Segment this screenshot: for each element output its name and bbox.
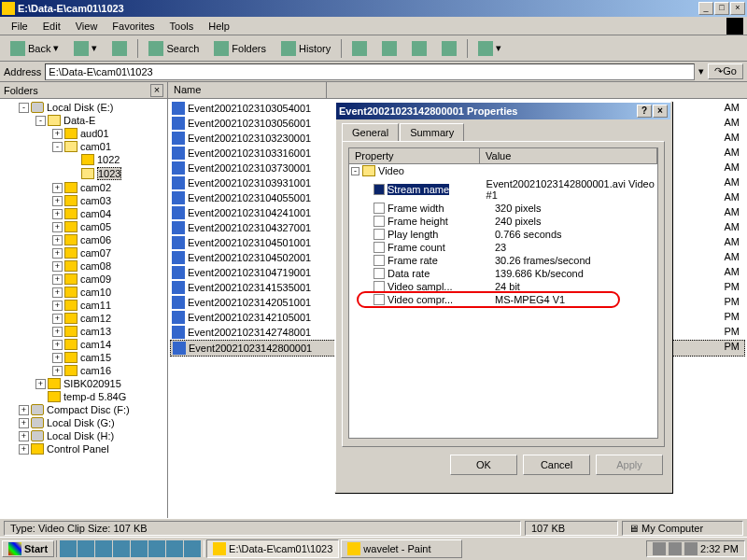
taskbar: Start E:\Data-E\cam01\1023 wavelet - Pai… [0, 537, 747, 560]
menu-favorites[interactable]: Favorites [105, 19, 162, 34]
dialog-titlebar[interactable]: Event20021023142800001 Properties ? × [336, 103, 670, 119]
tree-node[interactable]: +Local Disk (H:) [2, 429, 165, 442]
property-row[interactable]: Frame height240 pixels [349, 215, 657, 228]
system-tray: 2:32 PM [646, 540, 745, 557]
menu-help[interactable]: Help [201, 19, 237, 34]
property-row[interactable]: Frame count23 [349, 241, 657, 254]
property-group-video[interactable]: - Video [349, 164, 657, 177]
tree-node[interactable]: +Control Panel [2, 442, 165, 455]
clock[interactable]: 2:32 PM [700, 543, 739, 554]
outlook-icon[interactable] [78, 540, 94, 557]
tree-node[interactable]: +cam04 [2, 207, 165, 220]
folders-button[interactable]: Folders [207, 38, 273, 59]
search-button[interactable]: Search [142, 38, 205, 59]
tree-node[interactable]: 1023 [2, 166, 165, 181]
tree-node[interactable]: +cam05 [2, 220, 165, 233]
tree-node[interactable]: +SIBK020915 [2, 377, 165, 390]
tree-node[interactable]: 1022 [2, 153, 165, 166]
property-row[interactable]: Frame width320 pixels [349, 202, 657, 215]
cancel-button[interactable]: Cancel [523, 455, 590, 475]
time-suffix: PM [725, 340, 740, 355]
desktop-icon[interactable] [95, 540, 112, 557]
app-icon[interactable] [148, 540, 165, 557]
status-info: Type: Video Clip Size: 107 KB [4, 521, 521, 536]
status-size: 107 KB [525, 521, 618, 536]
history-button[interactable]: History [275, 38, 337, 59]
tree-node[interactable]: +cam08 [2, 259, 165, 273]
menu-tools[interactable]: Tools [162, 19, 202, 34]
tree-node[interactable]: +cam16 [2, 364, 165, 377]
property-row[interactable]: Video sampl...24 bit [349, 280, 657, 293]
up-button[interactable] [106, 38, 134, 59]
disk-icon [31, 102, 44, 113]
minimize-button[interactable]: _ [698, 2, 713, 15]
folders-panel-close-button[interactable]: × [150, 84, 163, 97]
folder-tree[interactable]: -Local Disk (E:)-Data-E+aud01-cam0110221… [0, 99, 167, 518]
app-icon[interactable] [184, 540, 201, 557]
tray-icon[interactable] [669, 542, 682, 555]
tree-node[interactable]: +cam14 [2, 338, 165, 351]
address-input[interactable] [45, 63, 695, 80]
video-icon [172, 326, 185, 339]
folders-panel-title: Folders [4, 85, 150, 96]
volume-icon[interactable] [684, 542, 698, 555]
menu-view[interactable]: View [68, 19, 106, 34]
close-button[interactable]: × [730, 2, 745, 15]
undo-button[interactable] [435, 38, 463, 59]
tree-node[interactable]: -cam01 [2, 140, 165, 153]
property-row[interactable]: Video compr...MS-MPEG4 V1 [349, 293, 657, 306]
arrow-right-icon [74, 41, 89, 56]
forward-button[interactable]: ▾ [67, 38, 104, 59]
app-icon[interactable] [113, 540, 130, 557]
tray-icon[interactable] [653, 542, 666, 555]
taskbar-item[interactable]: wavelet - Paint [341, 539, 462, 558]
tree-node[interactable]: +cam02 [2, 181, 165, 194]
app-icon[interactable] [166, 540, 183, 557]
tree-node[interactable]: +cam09 [2, 273, 165, 286]
column-value[interactable]: Value [480, 148, 657, 163]
moveto-button[interactable] [345, 38, 374, 59]
tree-node[interactable]: +cam10 [2, 286, 165, 299]
tab-summary[interactable]: Summary [400, 123, 464, 141]
document-icon [374, 294, 385, 305]
document-icon [374, 255, 385, 266]
tree-node[interactable]: temp-d 5.84G [2, 390, 165, 403]
property-grid[interactable]: Property Value - Video Stream nameEvent2… [348, 147, 658, 439]
tree-node[interactable]: +Compact Disc (F:) [2, 403, 165, 416]
column-property[interactable]: Property [349, 148, 480, 163]
property-row[interactable]: Play length0.766 seconds [349, 228, 657, 241]
tab-general[interactable]: General [342, 123, 399, 141]
tree-node[interactable]: -Local Disk (E:) [2, 101, 165, 114]
dialog-help-button[interactable]: ? [637, 105, 652, 118]
tree-node[interactable]: +cam11 [2, 299, 165, 312]
ok-button[interactable]: OK [450, 455, 517, 475]
taskbar-item[interactable]: E:\Data-E\cam01\1023 [206, 539, 339, 558]
delete-button[interactable] [405, 38, 433, 59]
tree-node[interactable]: +cam07 [2, 246, 165, 259]
menu-file[interactable]: File [4, 19, 35, 34]
ie-icon[interactable] [60, 540, 77, 557]
apply-button[interactable]: Apply [596, 455, 663, 475]
tree-node[interactable]: +cam13 [2, 325, 165, 338]
tree-node[interactable]: +cam03 [2, 194, 165, 207]
app-icon[interactable] [131, 540, 148, 557]
tree-node[interactable]: +cam15 [2, 351, 165, 364]
property-row[interactable]: Frame rate30.26 frames/second [349, 254, 657, 267]
property-row[interactable]: Data rate139.686 Kb/second [349, 267, 657, 280]
column-name[interactable]: Name [168, 82, 327, 98]
go-button[interactable]: ↷Go [708, 63, 743, 79]
tree-node[interactable]: +cam12 [2, 312, 165, 325]
tree-node[interactable]: -Data-E [2, 114, 165, 127]
menu-edit[interactable]: Edit [35, 19, 68, 34]
time-suffix: AM [725, 250, 740, 265]
property-row[interactable]: Stream nameEvent20021023142800001.avi Vi… [349, 177, 657, 202]
maximize-button[interactable]: □ [714, 2, 729, 15]
tree-node[interactable]: +aud01 [2, 127, 165, 140]
tree-node[interactable]: +Local Disk (G:) [2, 416, 165, 429]
dialog-close-button[interactable]: × [653, 105, 668, 118]
back-button[interactable]: Back▾ [4, 38, 65, 59]
copyto-button[interactable] [375, 38, 403, 59]
tree-node[interactable]: +cam06 [2, 233, 165, 246]
start-button[interactable]: Start [2, 540, 54, 557]
views-button[interactable]: ▾ [472, 38, 508, 59]
